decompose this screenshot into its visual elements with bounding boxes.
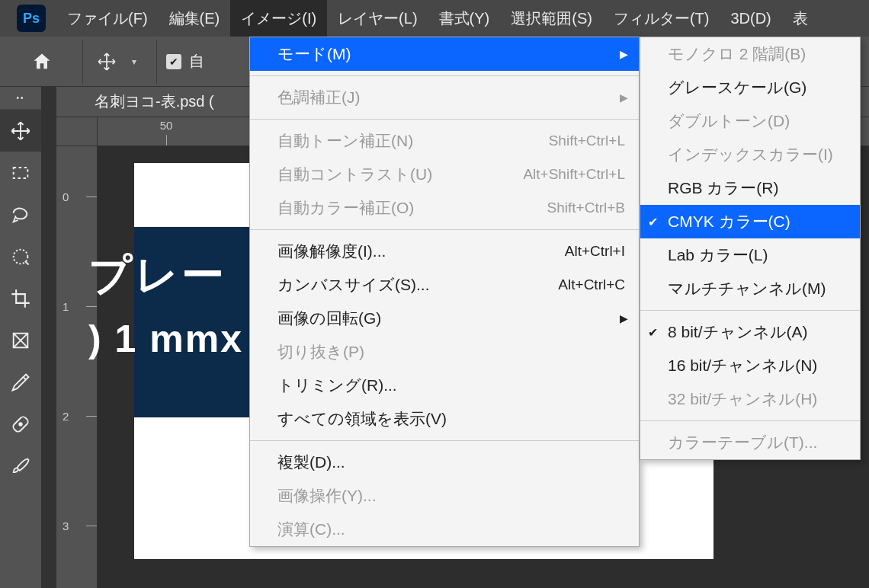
menu-item[interactable]: 16 bit/チャンネル(N) bbox=[640, 349, 860, 382]
menu-edit[interactable]: 編集(E) bbox=[159, 0, 231, 37]
svg-point-4 bbox=[19, 423, 22, 426]
menu-filter[interactable]: フィルター(T) bbox=[603, 0, 720, 37]
tool-preset-button[interactable] bbox=[88, 52, 126, 72]
menu-item-label: CMYK カラー(C) bbox=[668, 211, 790, 232]
menu-item[interactable]: 画像の回転(G)▶ bbox=[250, 302, 639, 335]
menu-item[interactable]: 画像解像度(I)...Alt+Ctrl+I bbox=[250, 235, 639, 268]
tool-eyedropper[interactable] bbox=[0, 361, 41, 403]
menu-item-label: グレースケール(G) bbox=[668, 77, 806, 98]
menu-item[interactable]: トリミング(R)... bbox=[250, 369, 639, 402]
menu-item: 自動カラー補正(O)Shift+Ctrl+B bbox=[250, 191, 639, 225]
menu-item-label: 複製(D)... bbox=[277, 452, 345, 473]
tool-crop[interactable] bbox=[0, 277, 41, 319]
menu-item: 演算(C)... bbox=[250, 513, 639, 546]
app-logo[interactable]: Ps bbox=[17, 5, 46, 32]
menu-item-label: カンバスサイズ(S)... bbox=[277, 274, 430, 296]
auto-select-checkbox[interactable]: ✔ bbox=[166, 54, 181, 69]
ruler-vertical: 0 1 2 3 bbox=[56, 146, 98, 588]
menu-item-label: インデックスカラー(I) bbox=[668, 144, 833, 165]
check-icon: ✔ bbox=[648, 215, 658, 229]
ruler-label: 1 bbox=[63, 300, 69, 313]
tool-lasso[interactable] bbox=[0, 193, 41, 235]
separator bbox=[640, 310, 860, 311]
menu-item-label: マルチチャンネル(M) bbox=[668, 278, 826, 299]
menu-item[interactable]: モード(M)▶ bbox=[250, 37, 639, 71]
ruler-tick bbox=[86, 197, 97, 197]
menu-item[interactable]: カンバスサイズ(S)...Alt+Ctrl+C bbox=[250, 268, 639, 302]
tool-preset-dropdown[interactable]: ▾ bbox=[126, 56, 143, 67]
shortcut-label: Alt+Ctrl+I bbox=[565, 243, 625, 260]
menu-item-label: ダブルトーン(D) bbox=[668, 110, 790, 132]
menu-item-label: モード(M) bbox=[277, 43, 351, 65]
tool-healing[interactable] bbox=[0, 403, 41, 445]
ruler-label: 2 bbox=[63, 410, 69, 423]
menu-item-label: 32 bit/チャンネル(H) bbox=[668, 388, 817, 410]
menu-item[interactable]: すべての領域を表示(V) bbox=[250, 402, 639, 436]
menu-item[interactable]: マルチチャンネル(M) bbox=[640, 272, 860, 305]
menu-3d[interactable]: 3D(D) bbox=[720, 0, 781, 37]
menu-item[interactable]: ✔CMYK カラー(C) bbox=[640, 205, 860, 238]
menu-item: カラーテーブル(T)... bbox=[640, 426, 860, 459]
divider bbox=[156, 40, 157, 84]
ruler-tick bbox=[86, 306, 97, 307]
menu-item-label: RGB カラー(R) bbox=[668, 177, 779, 199]
menu-item: インデックスカラー(I) bbox=[640, 138, 860, 171]
shortcut-label: Alt+Shift+Ctrl+L bbox=[523, 166, 625, 183]
panel-edge bbox=[41, 87, 56, 588]
menu-item[interactable]: RGB カラー(R) bbox=[640, 171, 860, 205]
menu-item-label: 演算(C)... bbox=[277, 519, 345, 540]
ruler-tick bbox=[86, 416, 97, 417]
crop-icon bbox=[10, 288, 31, 309]
menu-file[interactable]: ファイル(F) bbox=[56, 0, 159, 37]
ruler-label: 3 bbox=[63, 519, 69, 532]
menu-item-label: 色調補正(J) bbox=[277, 87, 361, 108]
ruler-tick bbox=[86, 526, 97, 526]
divider bbox=[82, 40, 83, 84]
ruler-label: 50 bbox=[160, 119, 173, 132]
submenu-arrow-icon: ▶ bbox=[620, 48, 628, 60]
menu-item: 切り抜き(P) bbox=[250, 335, 639, 369]
menu-item-label: トリミング(R)... bbox=[277, 375, 397, 396]
tool-move[interactable] bbox=[0, 110, 41, 152]
move-icon bbox=[97, 52, 117, 72]
menu-item[interactable]: グレースケール(G) bbox=[640, 71, 860, 104]
ruler-label: 0 bbox=[63, 190, 69, 203]
menu-item: 32 bit/チャンネル(H) bbox=[640, 382, 860, 416]
menu-item[interactable]: 複製(D)... bbox=[250, 446, 639, 479]
lasso-icon bbox=[10, 204, 31, 225]
shortcut-label: Shift+Ctrl+B bbox=[547, 200, 625, 216]
separator bbox=[250, 229, 639, 230]
eyedropper-icon bbox=[10, 372, 31, 393]
ruler-corner bbox=[56, 117, 98, 146]
toolbox-handle[interactable]: •• bbox=[0, 87, 41, 110]
menu-item-label: 自動トーン補正(N) bbox=[277, 130, 413, 152]
tool-brush[interactable] bbox=[0, 445, 41, 487]
separator bbox=[640, 420, 860, 421]
menu-item[interactable]: Lab カラー(L) bbox=[640, 238, 860, 272]
menu-item: ダブルトーン(D) bbox=[640, 104, 860, 138]
menu-item-label: 自動コントラスト(U) bbox=[277, 164, 432, 185]
tool-quick-select[interactable] bbox=[0, 235, 41, 277]
document-tab-title: 名刺ヨコ-表.psd ( bbox=[95, 91, 214, 112]
check-icon: ✔ bbox=[648, 325, 658, 340]
menu-layer[interactable]: レイヤー(L) bbox=[327, 0, 428, 37]
menu-type[interactable]: 書式(Y) bbox=[428, 0, 501, 37]
mode-submenu: モノクロ 2 階調(B)グレースケール(G)ダブルトーン(D)インデックスカラー… bbox=[640, 37, 861, 460]
quick-select-icon bbox=[10, 246, 31, 267]
home-button[interactable] bbox=[23, 43, 61, 81]
submenu-arrow-icon: ▶ bbox=[620, 91, 628, 104]
tool-frame[interactable] bbox=[0, 319, 41, 361]
submenu-arrow-icon: ▶ bbox=[620, 312, 628, 324]
menu-extra[interactable]: 表 bbox=[782, 0, 819, 37]
menu-select[interactable]: 選択範囲(S) bbox=[500, 0, 603, 37]
image-menu-dropdown: モード(M)▶色調補正(J)▶自動トーン補正(N)Shift+Ctrl+L自動コ… bbox=[249, 37, 640, 547]
healing-icon bbox=[10, 414, 31, 435]
separator bbox=[250, 75, 639, 76]
menu-image[interactable]: イメージ(I) bbox=[230, 0, 327, 37]
menu-item-label: モノクロ 2 階調(B) bbox=[668, 43, 806, 65]
shortcut-label: Alt+Ctrl+C bbox=[558, 276, 625, 293]
shortcut-label: Shift+Ctrl+L bbox=[549, 133, 625, 149]
brush-icon bbox=[10, 455, 31, 477]
tool-marquee[interactable] bbox=[0, 152, 41, 193]
menu-item[interactable]: ✔8 bit/チャンネル(A) bbox=[640, 315, 860, 349]
